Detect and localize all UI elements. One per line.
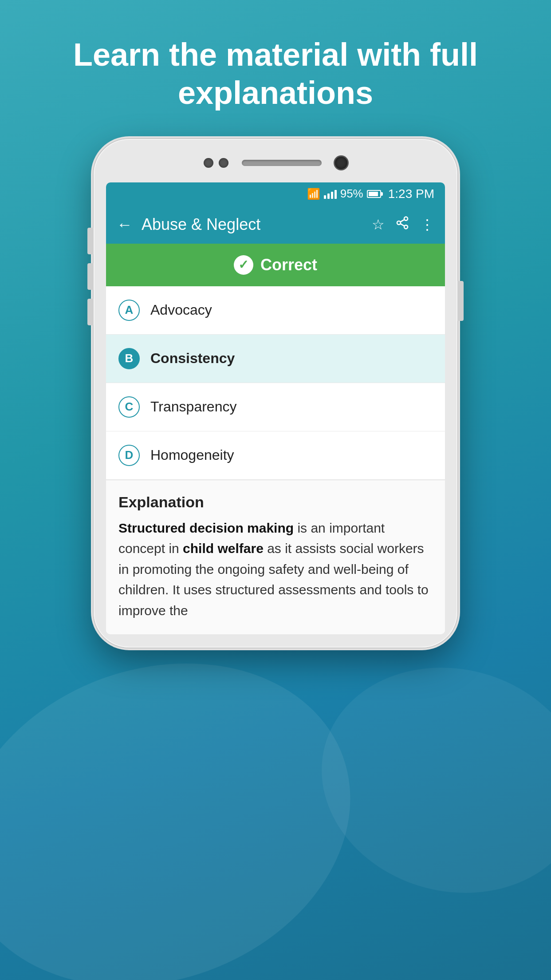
signal-bar-4 xyxy=(335,190,337,199)
front-camera-area xyxy=(204,158,228,168)
battery-body xyxy=(367,190,381,198)
app-bar: ← Abuse & Neglect ☆ ⋮ xyxy=(106,205,445,244)
option-text-d: Homogeneity xyxy=(150,447,234,463)
signal-bars-icon xyxy=(324,189,337,199)
battery-icon xyxy=(367,190,381,198)
share-button[interactable] xyxy=(395,216,409,233)
option-circle-d: D xyxy=(118,445,140,466)
answer-option-a[interactable]: A Advocacy xyxy=(106,286,445,335)
page-headline: Learn the material with full explanation… xyxy=(0,36,551,112)
status-bar: 📶 95% 1:23 PM xyxy=(106,182,445,205)
selfie-camera xyxy=(335,157,347,169)
status-time: 1:23 PM xyxy=(388,187,434,201)
checkmark: ✓ xyxy=(238,257,248,272)
answer-option-d[interactable]: D Homogeneity xyxy=(106,431,445,480)
earpiece-speaker xyxy=(242,160,322,166)
signal-bar-1 xyxy=(324,195,326,199)
option-text-b: Consistency xyxy=(150,350,235,367)
battery-percent: 95% xyxy=(340,187,363,201)
explanation-section: Explanation Structured decision making i… xyxy=(106,480,445,635)
option-circle-b: B xyxy=(118,348,140,369)
phone-mockup: 📶 95% 1:23 PM xyxy=(94,139,457,648)
app-bar-actions: ☆ ⋮ xyxy=(372,216,434,233)
more-options-button[interactable]: ⋮ xyxy=(420,216,434,233)
option-text-a: Advocacy xyxy=(150,302,212,318)
answer-option-b[interactable]: B Consistency xyxy=(106,335,445,383)
option-text-c: Transparency xyxy=(150,399,236,415)
battery-fill xyxy=(369,192,378,196)
phone-frame: 📶 95% 1:23 PM xyxy=(94,139,457,648)
option-circle-a: A xyxy=(118,300,140,321)
star-button[interactable]: ☆ xyxy=(372,216,385,233)
answer-option-c[interactable]: C Transparency xyxy=(106,383,445,431)
correct-label: Correct xyxy=(260,256,317,274)
svg-line-3 xyxy=(400,224,404,226)
camera-dot-1 xyxy=(204,158,213,168)
phone-screen: 📶 95% 1:23 PM xyxy=(106,182,445,635)
phone-bezel-top xyxy=(106,152,445,174)
signal-bar-3 xyxy=(331,192,333,199)
back-button[interactable]: ← xyxy=(117,215,133,234)
explanation-title: Explanation xyxy=(118,494,433,511)
explanation-bold-2: child welfare xyxy=(183,541,264,556)
app-bar-title: Abuse & Neglect xyxy=(142,215,363,234)
correct-banner: ✓ Correct xyxy=(106,244,445,286)
explanation-bold-1: Structured decision making xyxy=(118,521,294,535)
svg-line-4 xyxy=(400,219,404,221)
status-icons: 📶 95% xyxy=(307,187,381,201)
option-circle-c: C xyxy=(118,396,140,418)
check-circle-icon: ✓ xyxy=(234,255,253,275)
camera-dot-2 xyxy=(219,158,228,168)
explanation-body: Structured decision making is an importa… xyxy=(118,518,433,621)
wifi-icon: 📶 xyxy=(307,188,320,200)
signal-bar-2 xyxy=(327,194,330,199)
